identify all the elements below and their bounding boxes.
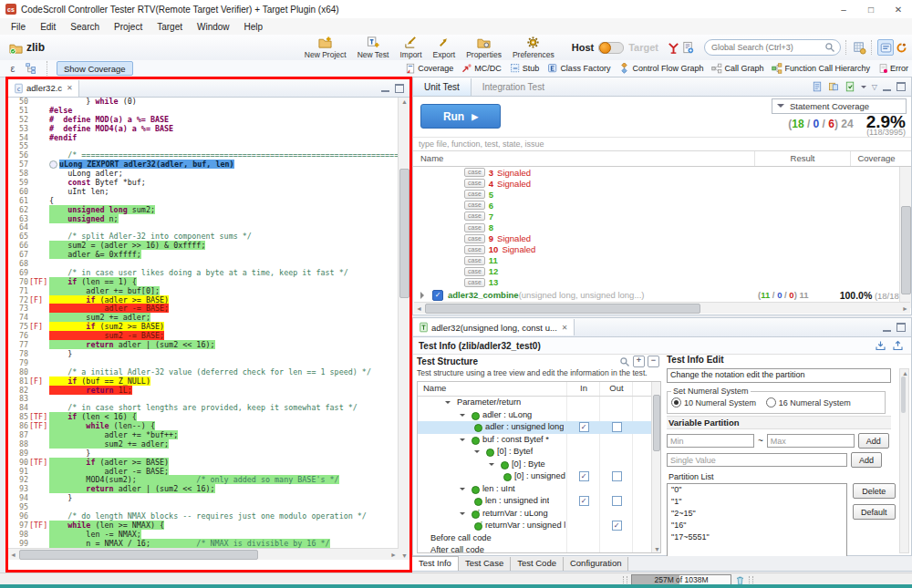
maximize-pane-icon[interactable] [395, 84, 404, 93]
perspective-grid-icon[interactable] [852, 40, 866, 55]
tree-view-icon[interactable] [24, 61, 38, 76]
test-case-row-9[interactable]: case9Signaled [413, 233, 911, 244]
structure-row[interactable]: adler : uLong [418, 409, 660, 422]
tab-test-case[interactable]: Test Case [459, 557, 511, 571]
import-button[interactable]: Import [395, 36, 426, 60]
project-selector[interactable]: zlib [9, 41, 45, 55]
menu-project[interactable]: Project [107, 20, 150, 34]
show-coverage-toggle[interactable]: Show Coverage [57, 61, 133, 76]
class-factory-shortcut[interactable]: Class Factory [544, 63, 613, 74]
control-flow-graph-shortcut[interactable]: Control Flow Graph [616, 63, 706, 74]
structure-row[interactable]: len : unsigned int✓ [418, 495, 660, 508]
tab-adler32-c[interactable]: c adler32.c ✕ [8, 80, 79, 97]
add-single-button[interactable]: Add [851, 452, 882, 468]
dropdown-caret-icon[interactable] [861, 86, 866, 91]
chevron-down-icon[interactable] [460, 414, 465, 419]
structure-vertical-scrollbar[interactable]: ▼ [651, 382, 660, 552]
structure-row[interactable]: Parameter/return [418, 397, 660, 409]
search-input[interactable] [710, 42, 824, 53]
minimize-pane-icon[interactable] [883, 324, 891, 332]
structure-row[interactable]: adler : unsigned long✓ [418, 421, 660, 434]
structure-row[interactable]: len : uInt [418, 483, 660, 496]
structure-row[interactable]: After call code [418, 544, 660, 553]
chevron-down-icon[interactable] [474, 450, 480, 456]
maximize-pane-icon[interactable] [896, 82, 906, 91]
menu-target[interactable]: Target [150, 20, 190, 34]
structure-row[interactable]: [0] : unsigned c✓ [418, 470, 660, 483]
target-log-icon[interactable] [680, 40, 695, 55]
target-connect-icon[interactable] [666, 40, 680, 55]
link-editor-icon[interactable]: ε [5, 61, 20, 76]
checkbox-empty[interactable] [612, 471, 622, 481]
chevron-down-icon[interactable] [460, 488, 465, 493]
partition-item[interactable]: "17~5551" [668, 531, 846, 543]
test-filter-input[interactable]: type file, function, test, state, issue [413, 138, 911, 151]
code-area[interactable]: 50 } while (0)51#else52# define MOD(a) a… [8, 98, 409, 560]
export-test-icon[interactable] [892, 340, 904, 351]
delete-button[interactable]: Delete [853, 483, 896, 499]
export-button[interactable]: Export [429, 36, 461, 60]
add-range-button[interactable]: Add [858, 433, 889, 449]
properties-button[interactable]: Properties [461, 36, 506, 60]
mc-dc-shortcut[interactable]: MC/DC [459, 63, 504, 74]
min-input[interactable]: Min [667, 434, 754, 448]
tests-vertical-scrollbar[interactable] [899, 167, 911, 308]
menu-search[interactable]: Search [63, 20, 107, 34]
structure-row[interactable]: Before call code [418, 532, 660, 545]
tab-unit-test[interactable]: Unit Test [413, 78, 472, 96]
chevron-down-icon[interactable] [460, 438, 465, 444]
menu-edit[interactable]: Edit [33, 20, 63, 34]
preferences-button[interactable]: Preferences [508, 36, 559, 60]
test-case-row-12[interactable]: case12 [413, 266, 911, 277]
expand-icon[interactable] [420, 292, 428, 299]
chevron-down-icon[interactable] [460, 512, 465, 518]
minimize-pane-icon[interactable] [381, 84, 389, 92]
max-input[interactable]: Max [767, 434, 855, 448]
structure-row[interactable]: returnVar : unsigned lc✓ [418, 520, 660, 532]
default-button[interactable]: Default [853, 504, 896, 520]
collapse-all-icon[interactable]: − [648, 356, 659, 367]
partition-item[interactable]: "16" [668, 520, 846, 531]
structure-row[interactable]: returnVar : uLong [418, 508, 660, 521]
global-search[interactable] [704, 39, 841, 56]
test-case-row-5[interactable]: case5 [413, 189, 911, 200]
test-case-row-3[interactable]: case3Signaled [413, 167, 911, 178]
analysis-perspective-icon[interactable] [894, 40, 908, 55]
checkbox-checked[interactable]: ✓ [579, 422, 589, 432]
menu-file[interactable]: File [4, 20, 33, 34]
checkbox-checked-icon[interactable]: ✓ [432, 290, 443, 301]
partition-item[interactable]: "0" [668, 484, 846, 496]
tab-close-icon[interactable]: ✕ [67, 84, 73, 92]
test-case-row-11[interactable]: case11 [413, 255, 911, 266]
radio-16-numeral[interactable]: 16 Numeral System [766, 397, 851, 407]
function-row-adler32-combine[interactable]: ✓ adler32_combine (unsigned long, unsign… [413, 288, 911, 302]
menu-help[interactable]: Help [237, 20, 271, 34]
stub-shortcut[interactable]: Stub [507, 63, 543, 74]
maximize-button[interactable]: □ [857, 0, 885, 18]
filter-menu-icon[interactable]: ▽ [872, 83, 877, 91]
partition-item[interactable]: "1" [668, 496, 846, 508]
checkbox-checked[interactable]: ✓ [612, 521, 622, 531]
test-case-row-6[interactable]: case6 [413, 200, 911, 211]
test-case-row-4[interactable]: case4Signaled [413, 178, 911, 189]
partition-item[interactable]: "2~15" [668, 508, 846, 520]
tab-test-info[interactable]: Test Info [412, 556, 459, 571]
expand-all-icon[interactable]: + [633, 356, 645, 367]
chevron-down-icon[interactable] [445, 401, 451, 407]
host-target-toggle[interactable] [598, 42, 624, 54]
chevron-down-icon[interactable] [489, 463, 494, 469]
run-button[interactable]: Run ▶ [420, 104, 501, 129]
close-button[interactable]: ✕ [885, 0, 912, 18]
minimize-pane-icon[interactable] [883, 83, 891, 91]
structure-row[interactable]: [0] : Byte [418, 459, 660, 471]
test-case-row-8[interactable]: case8 [413, 222, 911, 232]
new-project-button[interactable]: New Project [300, 36, 351, 60]
single-value-input[interactable]: Single Value [667, 453, 847, 467]
checkbox-checked[interactable]: ✓ [579, 496, 589, 506]
tab-configuration[interactable]: Configuration [564, 557, 629, 571]
edit-vertical-scrollbar[interactable]: ▲ [899, 368, 909, 553]
new-test-button[interactable]: New Test [353, 36, 394, 60]
test-case-row-10[interactable]: case10Signaled [413, 244, 911, 255]
function-call-hierarchy-shortcut[interactable]: Function Call Hierarchy [769, 63, 873, 74]
new-test-small-icon[interactable] [845, 81, 855, 92]
